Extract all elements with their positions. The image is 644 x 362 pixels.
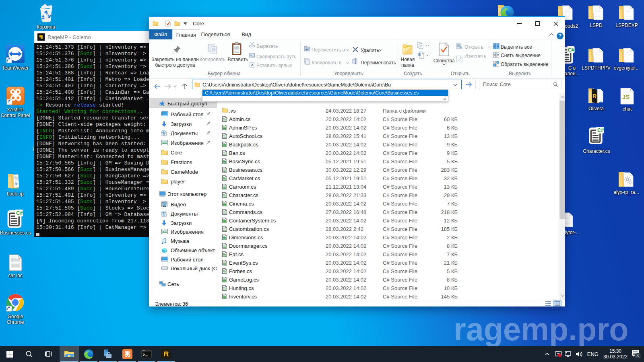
svg-text:R: R: [592, 93, 597, 99]
svg-text:3: 3: [636, 354, 639, 358]
svg-text:JS: JS: [622, 93, 630, 100]
svg-text:CMD: CMD: [142, 350, 145, 352]
